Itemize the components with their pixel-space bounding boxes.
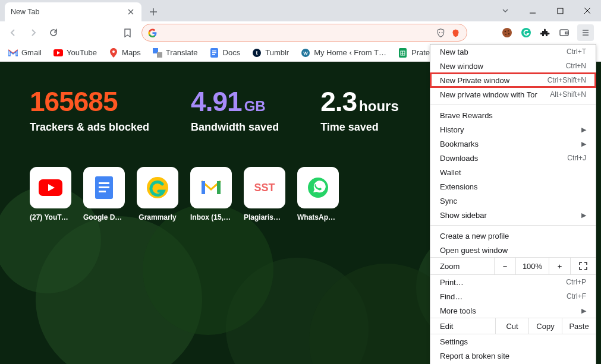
window-controls [492,0,601,21]
cookie-ext-icon[interactable] [501,27,513,39]
bookmark-label: YouTube [67,48,97,57]
bookmark-label: Gmail [21,48,42,57]
svg-rect-18 [212,54,215,55]
docs-icon [210,48,219,58]
address-bar[interactable] [141,24,467,42]
bookmark-translate[interactable]: Translate [153,48,198,58]
svg-rect-14 [157,52,162,58]
bookmark-label: Tumblr [265,48,289,57]
svg-rect-31 [202,181,205,194]
minimize-button[interactable] [519,0,546,21]
toolbar [0,21,601,44]
new-tab-button[interactable] [145,4,162,20]
wallet-icon[interactable] [558,27,570,39]
menu-report-broken-site[interactable]: Report a broken site [430,349,596,363]
reload-button[interactable] [45,24,62,41]
titlebar: New Tab [0,0,601,21]
sheets-icon [398,48,408,58]
back-button[interactable] [5,24,21,41]
bookmark-tumblr[interactable]: tTumblr [252,48,289,58]
fullscreen-button[interactable] [571,258,596,274]
bookmark-maps[interactable]: Maps [109,48,141,58]
youtube-icon [54,48,63,58]
stat-unit: hours [359,98,399,114]
svg-rect-9 [560,30,568,36]
svg-rect-29 [99,191,106,192]
zoom-out-button[interactable]: − [495,258,516,274]
maximize-button[interactable] [546,0,574,21]
menu-wallet[interactable]: Wallet [430,165,596,179]
copy-button[interactable]: Copy [529,318,562,334]
brave-logo-icon[interactable] [451,28,461,38]
bookmark-wordpress[interactable]: WMy Home ‹ From T… [301,48,386,58]
zoom-in-button[interactable]: + [549,258,571,274]
stat-value: 4.91 [191,86,242,117]
svg-text:W: W [303,50,308,56]
maps-icon [109,48,118,58]
menu-settings[interactable]: Settings [430,334,596,349]
chevron-right-icon: ▶ [581,140,586,148]
paste-button[interactable]: Paste [562,318,596,334]
close-window-button[interactable] [574,0,601,21]
cut-button[interactable]: Cut [496,318,529,334]
topsite-plagiarism[interactable]: SSTPlagiarism … [244,167,285,221]
svg-text:t: t [256,50,258,56]
menu-new-tor-window[interactable]: New private window with TorAlt+Shift+N [430,87,596,102]
menu-create-profile[interactable]: Create a new profile [430,229,596,243]
svg-point-7 [505,34,506,35]
svg-point-12 [112,50,115,53]
stat-value: 165685 [30,86,149,118]
menu-history[interactable]: History▶ [430,122,596,137]
menu-show-sidebar[interactable]: Show sidebar▶ [430,208,596,222]
bookmark-docs[interactable]: Docs [210,48,241,58]
menu-print[interactable]: Print…Ctrl+P [430,275,596,289]
menu-new-window[interactable]: New windowCtrl+N [430,59,596,73]
tile-label: (27) YouTube [30,213,71,221]
tile-label: Google Docs [83,213,125,221]
menu-sync[interactable]: Sync [430,194,596,208]
stat-label: Bandwidth saved [191,121,279,134]
topsite-whatsapp[interactable]: WhatsApp … [297,167,339,221]
topsite-youtube[interactable]: (27) YouTube [30,167,71,221]
browser-tab[interactable]: New Tab [5,2,141,21]
extensions-puzzle-icon[interactable] [539,27,551,39]
topsite-docs[interactable]: Google Docs [83,167,125,221]
topsite-inbox[interactable]: Inbox (15,666) [190,167,232,221]
menu-extensions[interactable]: Extensions [430,179,596,194]
svg-rect-28 [99,186,109,188]
menu-guest-window[interactable]: Open guest window [430,243,596,257]
bookmark-label: Maps [122,48,141,57]
forward-button[interactable] [25,24,42,41]
bookmark-gmail[interactable]: Gmail [8,48,42,58]
menu-more-tools[interactable]: More tools▶ [430,303,596,318]
wordpress-icon: W [301,48,310,58]
tile-label: Grammarly [137,213,178,221]
bookmark-label: Docs [223,48,241,57]
stat-label: Time saved [320,121,399,134]
menu-find[interactable]: Find…Ctrl+F [430,289,596,303]
svg-point-4 [505,31,506,33]
stat-value: 2.3 [320,86,357,117]
url-input[interactable] [162,28,431,37]
close-tab-icon[interactable] [126,7,136,17]
chevron-right-icon: ▶ [581,126,586,134]
tab-search-caret-icon[interactable] [492,0,519,21]
topsite-grammarly[interactable]: Grammarly [137,167,178,221]
main-menu: New tabCtrl+T New windowCtrl+N New Priva… [430,44,596,364]
translate-icon [153,48,162,58]
tab-title: New Tab [11,8,39,16]
menu-new-private-window[interactable]: New Private windowCtrl+Shift+N [430,73,596,87]
svg-rect-16 [212,50,216,52]
menu-bookmarks[interactable]: Bookmarks▶ [430,137,596,151]
stat-bandwidth: 4.91GB Bandwidth saved [191,86,279,134]
menu-downloads[interactable]: DownloadsCtrl+J [430,151,596,165]
tile-label: WhatsApp … [297,213,339,221]
menu-new-tab[interactable]: New tabCtrl+T [430,45,596,59]
main-menu-button[interactable] [577,24,594,41]
brave-shields-icon[interactable] [436,28,446,38]
bookmark-youtube[interactable]: YouTube [54,48,97,58]
bookmark-page-icon[interactable] [119,24,136,41]
chevron-right-icon: ▶ [581,211,586,219]
grammarly-ext-icon[interactable] [520,27,532,39]
menu-brave-rewards[interactable]: Brave Rewards [430,108,596,122]
